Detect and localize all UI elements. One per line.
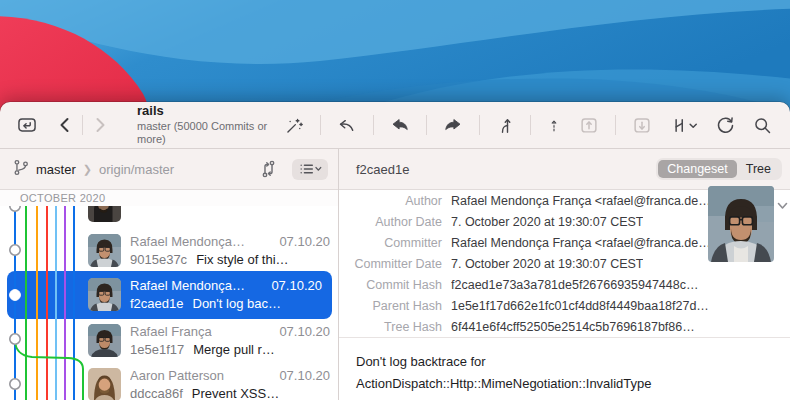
changeset-tab[interactable]: Changeset [658,160,736,178]
commit-date: 07.10.20 [279,323,330,341]
divider [530,115,531,135]
chevron-down-icon [316,168,321,171]
avatar [88,368,121,400]
commit-message: Merge pull r… [193,341,275,359]
field-label: Author [339,194,442,208]
chevron-down-icon[interactable] [777,196,788,214]
field-value: f2caed1e73a3a781de5f26766935947448c… [451,278,698,292]
undo-arrow-icon[interactable] [331,113,363,138]
git-branch-icon [12,158,30,181]
field-label: Committer Date [339,257,442,271]
back-chevron-icon[interactable] [52,113,78,137]
magic-wand-icon[interactable] [279,113,310,138]
divider [320,115,321,135]
commit-date: 07.10.20 [279,233,330,251]
search-icon[interactable] [747,113,778,138]
field-label: Tree Hash [339,320,442,334]
divider [479,115,480,135]
field-value: 7. October 2020 at 19:30:07 CEST [451,215,643,229]
commit-message: Prevent XSS… [192,385,279,400]
stash-up-icon[interactable] [573,112,605,138]
repository-icon[interactable] [12,112,42,138]
detail-commit-title: f2caed1e [356,162,410,177]
chevron-right-icon: ❯ [83,163,92,176]
commit-author: Rafael França [130,323,212,341]
divider [373,115,374,135]
current-branch-label[interactable]: master [36,162,76,177]
forward-chevron-icon[interactable] [87,113,113,137]
repo-title: rails [137,104,279,119]
merge-branch-icon[interactable] [490,113,520,138]
field-value: 6f441e6f4cff52505e2514c5b7696187bf86… [451,320,695,334]
avatar [88,278,121,311]
commit-author: Rafael Mendonça… [130,233,245,251]
repo-subtitle: master (50000 Commits or more) [137,120,279,145]
divider [615,115,616,135]
commit-date: 07.10.20 [279,367,330,385]
commit-date: 07.10.20 [271,277,322,295]
content-area: master ❯ origin/master OC [0,148,790,400]
commit-row[interactable]: Rafael Mendonça…07.10.20 9015e37cFix sty… [0,229,338,273]
app-window: rails master (50000 Commits or more) [0,102,790,400]
pull-arrow-icon[interactable] [384,113,416,138]
field-label: Committer [339,236,442,250]
commit-message: Fix style of thi… [196,251,288,269]
commit-detail-panel: f2caed1e Changeset Tree AuthorRafael Men… [339,149,790,400]
toolbar-actions [279,112,778,138]
commit-message-full: Don't log backtrace for ActionDispatch::… [339,338,790,400]
commit-author: Rafael Mendonça… [130,277,245,295]
commit-hash: ddcca86f [130,385,183,400]
commit-author: Aaron Patterson [130,367,224,385]
commit-list: ddfc5449Add missing s… [0,206,338,400]
detail-header: f2caed1e Changeset Tree [339,149,790,190]
changeset-tree-segmented-control: Changeset Tree [656,158,782,180]
tracking-branch-label[interactable]: origin/master [99,162,251,177]
divider [426,115,427,135]
author-avatar [708,186,774,262]
commit-row-selected[interactable]: Rafael Mendonça…07.10.20 f2caed1eDon't l… [7,271,332,319]
screen: { "colors": { "accent_selection": "#1568… [0,0,790,400]
refresh-icon[interactable] [710,113,741,138]
push-arrow-icon[interactable] [437,113,469,138]
stash-down-icon[interactable] [626,112,658,138]
commit-hash: 9015e37c [130,251,187,269]
rebase-arrow-icon[interactable] [541,113,567,138]
date-section-header: OCTOBER 2020 [0,190,338,206]
commit-row[interactable]: Aaron Patterson07.10.20 ddcca86fPrevent … [0,363,338,400]
field-value: Rafael Mendonça França <rafael@franca.de… [451,236,711,250]
branch-bar: master ❯ origin/master [0,149,338,190]
view-options-button[interactable] [292,159,328,180]
avatar [88,324,121,357]
field-value: 7. October 2020 at 19:30:07 CEST [451,257,643,271]
diff-options-icon[interactable] [664,113,704,138]
commit-history-panel: master ❯ origin/master OC [0,149,339,400]
chevron-down-icon [690,124,696,127]
commit-metadata: AuthorRafael Mendonça França <rafael@fra… [339,190,790,337]
field-label: Commit Hash [339,278,442,292]
compare-branches-icon[interactable] [257,159,280,179]
commit-message: Don't log bac… [193,295,281,313]
commit-row[interactable]: ddfc5449Add missing s… [0,206,338,228]
field-value: Rafael Mendonça França <rafael@franca.de… [451,194,711,208]
avatar [88,206,121,222]
window-title: rails master (50000 Commits or more) [137,104,279,145]
field-label: Author Date [339,215,442,229]
commit-row[interactable]: Rafael França07.10.20 1e5e1f17Merge pull… [0,319,338,363]
avatar [88,234,121,267]
commit-hash: f2caed1e [130,295,184,313]
field-label: Parent Hash [339,299,442,313]
tree-tab[interactable]: Tree [737,160,780,178]
main-toolbar: rails master (50000 Commits or more) [0,102,790,148]
field-value: 1e5e1f17d662e1fc01cf4dd8f4449baa18f27d… [451,299,709,313]
divider [82,115,83,135]
commit-hash: 1e5e1f17 [130,341,184,359]
